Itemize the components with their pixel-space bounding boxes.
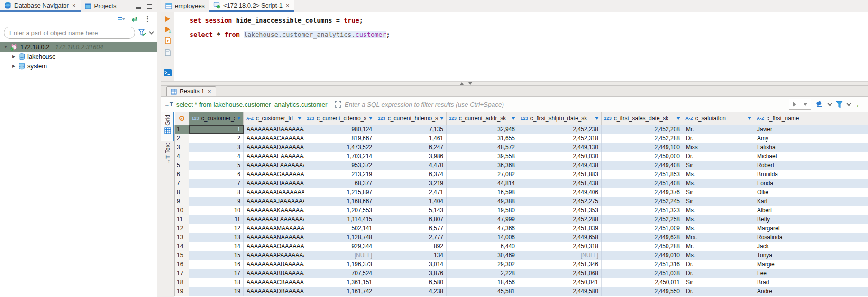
expander-closed-icon[interactable]: ▶ — [11, 54, 16, 59]
apply-filter-dropdown[interactable] — [800, 99, 811, 109]
grid-cell[interactable]: 819,667 — [304, 134, 375, 143]
grid-cell[interactable]: 2,451,353 — [518, 206, 602, 215]
filter-funnel-icon[interactable] — [836, 101, 843, 108]
grid-cell[interactable]: 2,452,238 — [518, 125, 602, 134]
column-header[interactable]: 123 c_current_addr_sk — [447, 112, 518, 125]
grid-cell[interactable]: 17 — [189, 269, 244, 278]
grid-cell[interactable]: Karl — [754, 197, 868, 206]
grid-cell[interactable]: 2,449,628 — [602, 233, 683, 242]
grid-cell[interactable]: 4 — [189, 152, 244, 161]
grid-cell[interactable]: 6,440 — [447, 242, 518, 251]
grid-cell[interactable]: 8 — [189, 188, 244, 197]
grid-cell[interactable]: 2,449,550 — [602, 287, 683, 296]
close-icon[interactable]: × — [285, 2, 290, 9]
grid-cell[interactable]: 2,452,208 — [602, 125, 683, 134]
grid-cell[interactable]: 27,082 — [447, 170, 518, 179]
grid-cell[interactable]: 2,449,130 — [518, 143, 602, 152]
grid-cell[interactable]: 2,450,288 — [602, 242, 683, 251]
grid-cell[interactable]: 2,450,000 — [602, 152, 683, 161]
grid-cell[interactable]: 1,473,522 — [304, 143, 375, 152]
execute-script-icon[interactable] — [164, 37, 172, 45]
grid-cell[interactable]: 19,580 — [447, 206, 518, 215]
grid-cell[interactable]: 2,451,408 — [602, 179, 683, 188]
tab-projects[interactable]: Projects — [81, 0, 121, 12]
grid-cell[interactable]: Sir — [683, 278, 754, 287]
grid-cell[interactable]: Jack — [754, 242, 868, 251]
column-menu-icon[interactable] — [298, 117, 302, 120]
grid-cell[interactable]: 6,374 — [375, 170, 447, 179]
grid-cell[interactable]: Margie — [754, 260, 868, 269]
grid-cell[interactable]: AAAAAAAAGAAAAAAA — [244, 170, 304, 179]
grid-cell[interactable]: 7 — [189, 179, 244, 188]
column-header[interactable]: 123 c_customer_sk — [189, 112, 244, 125]
grid-cell[interactable]: 14 — [189, 242, 244, 251]
close-icon[interactable]: × — [72, 2, 76, 9]
row-number[interactable]: 17 — [175, 269, 189, 278]
grid-cell[interactable]: Tonya — [754, 251, 868, 260]
grid-cell[interactable]: 1,168,667 — [304, 197, 375, 206]
grid-cell[interactable]: [NULL] — [518, 251, 602, 260]
expander-open-icon[interactable]: ▼ — [3, 45, 8, 49]
grid-cell[interactable]: AAAAAAAAMAAAAAAA — [244, 224, 304, 233]
collapse-all-icon[interactable] — [117, 16, 125, 22]
grid-cell[interactable]: 1,114,415 — [304, 215, 375, 224]
grid-cell[interactable]: 2,450,041 — [518, 278, 602, 287]
grid-cell[interactable]: Dr. — [683, 260, 754, 269]
grid-cell[interactable]: 14,006 — [447, 233, 518, 242]
grid-cell[interactable]: Brunilda — [754, 170, 868, 179]
column-menu-icon[interactable] — [512, 117, 515, 120]
tab-script-1[interactable]: <172.18.0.2> Script-1 × — [209, 0, 294, 12]
grid-cell[interactable]: 9 — [189, 197, 244, 206]
grid-cell[interactable]: AAAAAAAAIAAAAAAA — [244, 188, 304, 197]
grid-cell[interactable]: 4,238 — [375, 287, 447, 296]
grid-cell[interactable]: AAAAAAAADBAAAAAA — [244, 287, 304, 296]
grid-cell[interactable]: Albert — [754, 206, 868, 215]
grid-cell[interactable]: 3,014 — [375, 260, 447, 269]
grid-cell[interactable]: 1,161,742 — [304, 287, 375, 296]
grid-cell[interactable]: 1,461 — [375, 134, 447, 143]
row-number[interactable]: 9 — [175, 197, 189, 206]
grid-cell[interactable]: 2,449,010 — [602, 251, 683, 260]
overflow-menu-icon[interactable]: ⋮ — [144, 15, 151, 23]
grid-cell[interactable]: Lee — [754, 269, 868, 278]
column-header[interactable]: 123 c_first_shipto_date_sk — [518, 112, 602, 125]
grid-cell[interactable]: Ms. — [683, 206, 754, 215]
grid-cell[interactable]: AAAAAAAAFAAAAAAA — [244, 161, 304, 170]
grid-cell[interactable]: 19 — [189, 287, 244, 296]
vertical-splitter[interactable] — [157, 0, 161, 297]
grid-cell[interactable]: Sir — [683, 197, 754, 206]
row-number[interactable]: 10 — [175, 206, 189, 215]
grid-cell[interactable]: [NULL] — [304, 251, 375, 260]
grid-cell[interactable]: 6,807 — [375, 215, 447, 224]
column-header[interactable]: A-Z c_salutation — [683, 112, 754, 125]
row-number[interactable]: 16 — [175, 260, 189, 269]
grid-cell[interactable]: 1,207,553 — [304, 206, 375, 215]
row-number[interactable]: 3 — [175, 143, 189, 152]
row-number[interactable]: 4 — [175, 152, 189, 161]
grid-cell[interactable]: 2,451,316 — [602, 260, 683, 269]
grid-cell[interactable]: 2,452,318 — [518, 134, 602, 143]
grid-cell[interactable]: 68,377 — [304, 179, 375, 188]
grid-cell[interactable]: Javier — [754, 125, 868, 134]
tree-item-lakehouse[interactable]: ▶ lakehouse — [0, 52, 157, 61]
grid-cell[interactable]: 16,598 — [447, 188, 518, 197]
grid-cell[interactable]: Dr. — [683, 152, 754, 161]
chevron-down-icon[interactable] — [149, 29, 154, 34]
grid-cell[interactable]: AAAAAAAANAAAAAAA — [244, 233, 304, 242]
grid-cell[interactable]: 16 — [189, 260, 244, 269]
grid-cell[interactable]: 10 — [189, 206, 244, 215]
grid-cell[interactable]: Rosalinda — [754, 233, 868, 242]
column-header[interactable]: A-Z c_customer_id — [244, 112, 304, 125]
apply-filter-button[interactable] — [789, 99, 800, 109]
grid-cell[interactable]: 3 — [189, 143, 244, 152]
row-number[interactable]: 14 — [175, 242, 189, 251]
grid-cell[interactable]: 2 — [189, 134, 244, 143]
row-number[interactable]: 12 — [175, 224, 189, 233]
grid-cell[interactable]: Ms. — [683, 170, 754, 179]
grid-cell[interactable]: 32,946 — [447, 125, 518, 134]
row-number[interactable]: 15 — [175, 251, 189, 260]
grid-cell[interactable]: 2,450,318 — [518, 242, 602, 251]
grid-cell[interactable]: 2,449,658 — [518, 233, 602, 242]
grid-cell[interactable]: 1,196,373 — [304, 260, 375, 269]
grid-cell[interactable]: 1 — [189, 125, 244, 134]
